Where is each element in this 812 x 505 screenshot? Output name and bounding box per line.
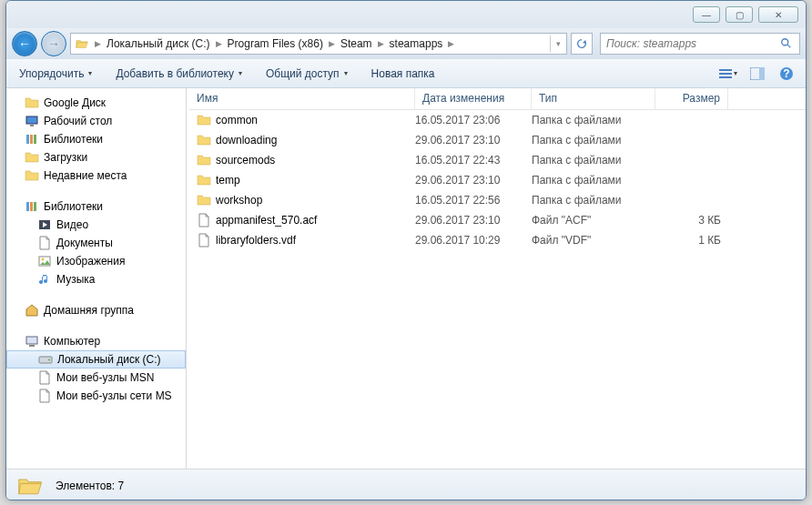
svg-rect-21 bbox=[759, 67, 765, 80]
forward-button[interactable]: → bbox=[41, 31, 66, 56]
nav-label: Google Диск bbox=[44, 96, 106, 109]
file-list: Имя Дата изменения Тип Размер common 16.… bbox=[189, 88, 806, 469]
column-size[interactable]: Размер bbox=[655, 88, 728, 109]
refresh-button[interactable] bbox=[571, 33, 593, 55]
nav-label: Компьютер bbox=[44, 335, 100, 348]
nav-item[interactable]: Документы bbox=[6, 234, 186, 252]
page-icon bbox=[37, 370, 52, 385]
add-to-library-button[interactable]: Добавить в библиотеку bbox=[110, 65, 248, 83]
desktop-icon bbox=[25, 114, 39, 128]
file-type: Папка с файлами bbox=[532, 194, 655, 207]
nav-item[interactable]: Google Диск bbox=[6, 94, 186, 112]
help-button[interactable] bbox=[775, 64, 798, 84]
file-row[interactable]: sourcemods 16.05.2017 22:43 Папка с файл… bbox=[189, 150, 806, 170]
share-button[interactable]: Общий доступ bbox=[260, 65, 353, 83]
breadcrumb-item[interactable]: Program Files (x86) bbox=[224, 37, 327, 50]
status-bar: Элементов: 7 bbox=[6, 469, 806, 500]
breadcrumb-item[interactable]: Steam bbox=[337, 37, 376, 50]
svg-rect-18 bbox=[719, 73, 732, 75]
chevron-right-icon[interactable]: ▶ bbox=[327, 39, 337, 48]
column-type[interactable]: Тип bbox=[532, 88, 655, 109]
gdrive-icon bbox=[25, 96, 39, 110]
search-icon bbox=[779, 36, 794, 51]
nav-item[interactable]: Локальный диск (C:) bbox=[6, 350, 186, 369]
nav-item[interactable]: Загрузки bbox=[6, 148, 186, 167]
breadcrumb-item[interactable]: steamapps bbox=[386, 37, 447, 50]
nav-item[interactable]: Мои веб-узлы сети MS bbox=[6, 387, 186, 405]
breadcrumb-item[interactable]: Локальный диск (C:) bbox=[103, 37, 214, 50]
video-icon bbox=[37, 217, 52, 232]
nav-item[interactable]: Музыка bbox=[6, 270, 186, 288]
history-dropdown[interactable]: ▾ bbox=[550, 35, 566, 52]
nav-item[interactable]: Мои веб-узлы MSN bbox=[6, 369, 186, 387]
nav-item[interactable]: Недавние места bbox=[6, 167, 186, 185]
file-date: 16.05.2017 22:56 bbox=[415, 194, 532, 207]
maximize-button[interactable]: ▢ bbox=[726, 6, 753, 23]
nav-item[interactable]: Рабочий стол bbox=[6, 112, 186, 130]
nav-item[interactable]: Библиотеки bbox=[6, 130, 186, 148]
column-name[interactable]: Имя bbox=[189, 88, 415, 109]
back-button[interactable]: ← bbox=[12, 31, 37, 56]
nav-label: Документы bbox=[56, 237, 113, 249]
chevron-right-icon[interactable]: ▶ bbox=[446, 39, 456, 48]
chevron-right-icon[interactable]: ▶ bbox=[214, 39, 224, 48]
navigation-pane: Google ДискРабочий столБиблиотекиЗагрузк… bbox=[6, 88, 187, 469]
folder-icon bbox=[197, 173, 211, 187]
file-icon bbox=[197, 213, 211, 227]
nav-bar: ← → ▶ Локальный диск (C:) ▶ Program File… bbox=[6, 28, 806, 59]
minimize-button[interactable]: — bbox=[693, 6, 720, 23]
file-row[interactable]: appmanifest_570.acf 29.06.2017 23:10 Фай… bbox=[189, 210, 806, 230]
file-type: Папка с файлами bbox=[532, 114, 655, 126]
file-type: Файл "VDF" bbox=[532, 234, 655, 247]
nav-label: Музыка bbox=[56, 273, 95, 286]
file-row[interactable]: common 16.05.2017 23:06 Папка с файлами bbox=[189, 110, 806, 130]
folder-icon bbox=[197, 113, 211, 127]
file-row[interactable]: temp 29.06.2017 23:10 Папка с файлами bbox=[189, 170, 806, 190]
chevron-right-icon[interactable]: ▶ bbox=[376, 39, 386, 48]
nav-label: Недавние места bbox=[44, 169, 127, 182]
nav-computer[interactable]: Компьютер bbox=[6, 332, 186, 350]
file-date: 16.05.2017 23:06 bbox=[415, 114, 532, 126]
column-date[interactable]: Дата изменения bbox=[415, 88, 532, 109]
nav-label: Мои веб-узлы сети MS bbox=[56, 389, 172, 402]
close-button[interactable]: ✕ bbox=[758, 6, 798, 23]
home-icon bbox=[25, 303, 39, 318]
explorer-window: — ▢ ✕ ← → ▶ Локальный диск (C:) ▶ Progra… bbox=[5, 0, 807, 500]
view-button[interactable] bbox=[716, 64, 740, 84]
music-icon bbox=[37, 272, 52, 287]
search-input[interactable] bbox=[606, 37, 779, 50]
nav-label: Загрузки bbox=[44, 151, 87, 164]
chevron-right-icon[interactable]: ▶ bbox=[93, 39, 103, 48]
organize-button[interactable]: Упорядочить bbox=[14, 65, 97, 83]
address-bar[interactable]: ▶ Локальный диск (C:) ▶ Program Files (x… bbox=[70, 33, 567, 55]
folder-icon bbox=[15, 473, 45, 499]
titlebar[interactable]: — ▢ ✕ bbox=[6, 1, 806, 28]
file-row[interactable]: downloading 29.06.2017 23:10 Папка с фай… bbox=[189, 130, 806, 150]
file-date: 29.06.2017 10:29 bbox=[415, 234, 532, 247]
file-row[interactable]: libraryfolders.vdf 29.06.2017 10:29 Файл… bbox=[189, 230, 806, 250]
preview-pane-button[interactable] bbox=[746, 64, 769, 84]
nav-label: Домашняя группа bbox=[44, 304, 134, 317]
file-type: Папка с файлами bbox=[532, 174, 655, 187]
nav-label: Видео bbox=[56, 218, 88, 231]
file-name: workshop bbox=[216, 194, 262, 207]
nav-item[interactable]: Видео bbox=[6, 216, 186, 234]
nav-libraries-header[interactable]: Библиотеки bbox=[6, 197, 186, 216]
folder-icon bbox=[197, 193, 211, 207]
nav-homegroup[interactable]: Домашняя группа bbox=[6, 301, 186, 319]
file-type: Папка с файлами bbox=[532, 154, 655, 167]
search-box[interactable] bbox=[600, 33, 800, 55]
folder-icon bbox=[75, 36, 89, 51]
library-icon bbox=[25, 199, 39, 214]
file-name: sourcemods bbox=[216, 154, 275, 167]
drive-icon bbox=[38, 352, 53, 367]
page-icon bbox=[37, 389, 52, 403]
new-folder-button[interactable]: Новая папка bbox=[366, 65, 441, 83]
file-name: downloading bbox=[216, 134, 277, 146]
file-row[interactable]: workshop 16.05.2017 22:56 Папка с файлам… bbox=[189, 190, 806, 210]
nav-item[interactable]: Изображения bbox=[6, 252, 186, 270]
folder-icon bbox=[197, 133, 211, 147]
file-size: 3 КБ bbox=[655, 214, 728, 227]
svg-rect-19 bbox=[719, 76, 732, 78]
nav-label: Библиотеки bbox=[44, 133, 103, 146]
